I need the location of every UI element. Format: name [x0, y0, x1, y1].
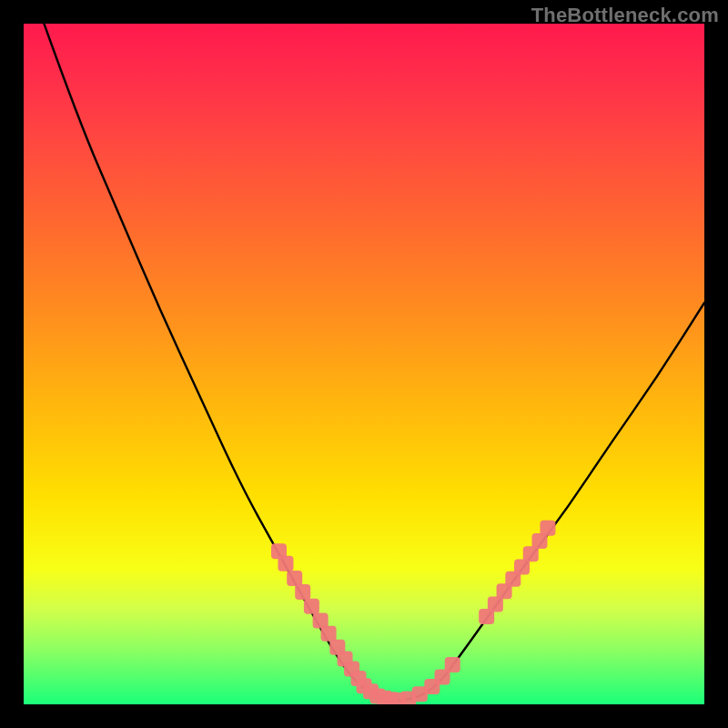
plot-area [24, 24, 704, 704]
highlight-dot [445, 657, 460, 672]
highlight-dot [351, 671, 367, 686]
highlight-dot [523, 546, 539, 561]
highlight-dot [304, 599, 319, 614]
highlight-dot [313, 613, 329, 629]
highlight-dots [271, 521, 555, 704]
highlight-dot [278, 556, 293, 571]
chart-frame: TheBottleneck.com [0, 0, 728, 728]
highlight-dot [369, 689, 385, 704]
curve-layer [24, 24, 704, 704]
highlight-dot [488, 597, 503, 612]
highlight-dot [329, 640, 345, 655]
highlight-dot [514, 559, 530, 574]
watermark-text: TheBottleneck.com [531, 4, 719, 27]
highlight-dot [390, 693, 406, 704]
highlight-dot [377, 691, 392, 704]
highlight-dot [540, 521, 555, 536]
highlight-dot [271, 543, 287, 559]
highlight-dot [357, 678, 372, 693]
highlight-dot [295, 584, 310, 600]
highlight-dot [424, 679, 440, 694]
highlight-dot [287, 571, 302, 586]
highlight-dot [531, 533, 547, 549]
highlight-dot [479, 609, 494, 624]
main-curve [44, 24, 704, 700]
highlight-dot [435, 670, 450, 685]
main-curve-path [44, 24, 704, 700]
highlight-dot [505, 571, 521, 587]
highlight-dot [321, 626, 337, 642]
highlight-dot [400, 692, 416, 704]
highlight-dot [344, 662, 359, 677]
highlight-dot [338, 651, 353, 666]
highlight-dot [412, 686, 428, 702]
highlight-dot [497, 583, 512, 599]
highlight-dot [383, 692, 399, 704]
highlight-dot [363, 683, 379, 699]
